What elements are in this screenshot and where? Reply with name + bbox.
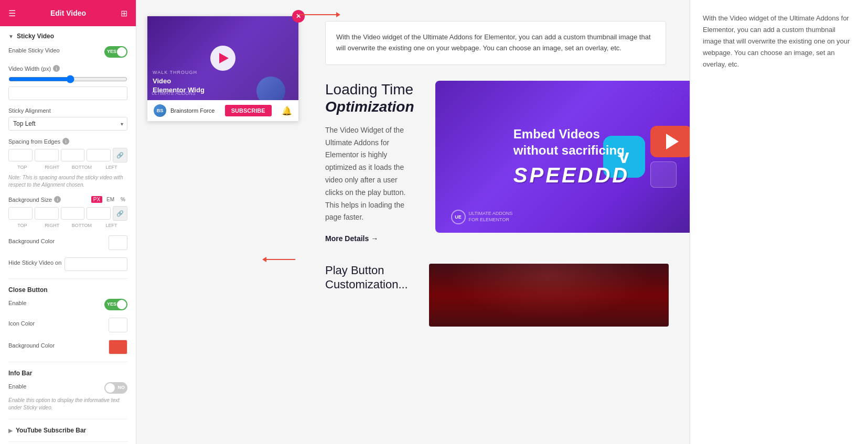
bg-size-field: Background Size i PX EM % 🔗 TOP RIGHT bbox=[8, 196, 127, 228]
bg-size-top-input[interactable] bbox=[8, 207, 33, 220]
bg-size-left-input[interactable] bbox=[87, 207, 111, 220]
bottom-heading: Play Button Customization... bbox=[325, 264, 408, 291]
sticky-video-preview: ✕ WALK THROUGH Video Elementor Widg bbox=[147, 16, 299, 122]
close-enable-toggle[interactable]: YES bbox=[104, 299, 127, 310]
close-toggle-track[interactable]: YES bbox=[104, 299, 127, 310]
helpful-info-section: ▶ Helpful Information bbox=[8, 441, 127, 444]
px-unit-btn[interactable]: PX bbox=[91, 196, 102, 203]
spacing-field: Spacing from Edges i 25 25 25 25 🔗 TOP R… bbox=[8, 138, 127, 189]
icon-color-arrow bbox=[262, 257, 295, 262]
feature-image-content: Embed Videos without sacrificing SPEEDDD bbox=[498, 110, 645, 203]
icon-color-swatch[interactable] bbox=[109, 318, 127, 332]
spacing-top-input[interactable]: 25 bbox=[8, 149, 33, 161]
speed-text: SPEEDDD bbox=[513, 164, 629, 187]
info-bar-enable-field: Enable NO bbox=[8, 382, 127, 394]
bell-icon[interactable]: 🔔 bbox=[282, 106, 292, 116]
enable-sticky-toggle[interactable]: YES bbox=[104, 46, 127, 58]
main-inner: ✕ WALK THROUGH Video Elementor Widg bbox=[136, 0, 690, 348]
chevron-down-icon: ▼ bbox=[8, 34, 14, 39]
divider-1 bbox=[8, 278, 127, 279]
width-input[interactable]: 360 bbox=[8, 86, 127, 100]
video-bottom-bar: BS Brainstorm Force SUBSCRIBE 🔔 bbox=[147, 100, 298, 121]
channel-avatar: BS bbox=[154, 104, 166, 117]
info-bar-section: Info Bar Enable NO Enable this option to… bbox=[8, 370, 127, 411]
bottom-image bbox=[429, 264, 669, 327]
close-toggle-thumb bbox=[117, 300, 126, 309]
ue-circle: UE bbox=[451, 210, 466, 224]
youtube-subscribe-label: YouTube Subscribe Bar bbox=[16, 427, 86, 434]
spacing-bottom-input[interactable]: 25 bbox=[61, 149, 85, 161]
sidebar-header: ☰ Edit Video ⊞ bbox=[0, 0, 136, 26]
spacing-left-input[interactable]: 25 bbox=[87, 149, 111, 161]
pct-unit-btn[interactable]: % bbox=[119, 196, 127, 203]
em-unit-btn[interactable]: EM bbox=[104, 196, 116, 203]
spacing-labels: TOP RIGHT BOTTOM LEFT bbox=[8, 165, 127, 170]
right-panel-text: With the Video widget of the Ultimate Ad… bbox=[703, 13, 855, 70]
bg-size-bottom-input[interactable] bbox=[61, 207, 85, 220]
info-box-text: With the Video widget of the Ultimate Ad… bbox=[336, 32, 655, 54]
placeholder-icon bbox=[650, 161, 677, 188]
spacing-link-btn[interactable]: 🔗 bbox=[113, 148, 127, 163]
width-slider[interactable] bbox=[8, 75, 127, 83]
info-bar-enable-label: Enable bbox=[8, 383, 26, 389]
divider-2 bbox=[8, 362, 127, 362]
bg-size-inputs: 🔗 bbox=[8, 206, 127, 221]
bg-color-swatch[interactable] bbox=[109, 235, 127, 250]
sticky-video-section-title[interactable]: ▼ Sticky Video bbox=[8, 33, 127, 40]
bottom-gradient bbox=[429, 264, 669, 327]
alignment-select[interactable]: Top Left Top Right Bottom Left Bottom Ri… bbox=[8, 117, 127, 131]
arrowhead bbox=[336, 12, 340, 17]
enable-sticky-video-field: Enable Sticky Video YES bbox=[8, 46, 127, 58]
bg-size-link-btn[interactable]: 🔗 bbox=[113, 206, 127, 221]
ue-badge: UE ULTIMATE ADDONS FOR ELEMENTOR bbox=[451, 210, 513, 224]
enable-sticky-label: Enable Sticky Video bbox=[8, 47, 60, 53]
bg-size-right-input[interactable] bbox=[35, 207, 59, 220]
close-bg-color-label: Background Color bbox=[8, 342, 55, 349]
spacing-right-input[interactable]: 25 bbox=[35, 149, 59, 161]
toggle-on-label: YES bbox=[107, 49, 116, 54]
width-info-icon[interactable]: i bbox=[53, 65, 60, 72]
close-button-title: Close Button bbox=[8, 286, 127, 294]
arrow-line bbox=[299, 14, 336, 15]
toggle-track[interactable]: YES bbox=[104, 46, 127, 58]
hide-sticky-label: Hide Sticky Video on bbox=[8, 259, 61, 266]
unit-toggle: PX EM % bbox=[91, 196, 127, 203]
spacing-label: Spacing from Edges i bbox=[8, 138, 127, 145]
subscribe-button[interactable]: SUBSCRIBE bbox=[225, 105, 272, 116]
bg-size-info-icon[interactable]: i bbox=[54, 196, 61, 203]
youtube-subscribe-section: ▶ YouTube Subscribe Bar bbox=[8, 419, 127, 441]
feature-image: · · · · · · · ·· · · · · · · ·· · · · · … bbox=[435, 81, 690, 233]
bottom-text: Play Button Customization... bbox=[325, 264, 408, 300]
bottom-section: Play Button Customization... bbox=[325, 264, 669, 327]
yt-other-icons bbox=[650, 126, 690, 188]
play-triangle-icon bbox=[219, 53, 229, 63]
spacing-info-icon[interactable]: i bbox=[62, 138, 69, 145]
play-button[interactable] bbox=[210, 46, 235, 71]
more-details-link[interactable]: More Details → bbox=[325, 234, 414, 243]
left-label: LEFT bbox=[98, 165, 125, 170]
hamburger-icon[interactable]: ☰ bbox=[8, 8, 16, 18]
info-bar-toggle-off-label: NO bbox=[118, 385, 125, 390]
bg-color-field: Background Color bbox=[8, 235, 127, 250]
info-box: With the Video widget of the Ultimate Ad… bbox=[325, 21, 666, 65]
info-bar-toggle[interactable]: NO bbox=[104, 382, 127, 394]
info-bar-title: Info Bar bbox=[8, 370, 127, 377]
close-bg-color-field: Background Color bbox=[8, 340, 127, 354]
right-panel: With the Video widget of the Ultimate Ad… bbox=[690, 0, 868, 444]
grid-icon[interactable]: ⊞ bbox=[121, 8, 127, 18]
bg-size-label-row: Background Size i PX EM % bbox=[8, 196, 127, 203]
person-silhouette bbox=[251, 32, 291, 100]
info-bar-toggle-track[interactable]: NO bbox=[104, 382, 127, 394]
loading-heading: Loading Time Optimization bbox=[325, 81, 414, 116]
yt-play-icon bbox=[666, 134, 679, 149]
youtube-subscribe-header[interactable]: ▶ YouTube Subscribe Bar bbox=[8, 427, 127, 434]
alignment-select-wrapper: Top Left Top Right Bottom Left Bottom Ri… bbox=[8, 117, 127, 131]
spacing-inputs: 25 25 25 25 🔗 bbox=[8, 148, 127, 163]
channel-info: BS Brainstorm Force bbox=[154, 104, 215, 117]
close-arrow bbox=[299, 12, 340, 17]
close-bg-color-swatch[interactable] bbox=[109, 340, 127, 354]
icon-color-field: Icon Color bbox=[8, 318, 127, 332]
person-head bbox=[256, 77, 285, 100]
hide-sticky-input[interactable] bbox=[65, 257, 127, 271]
bottom-overlay bbox=[429, 264, 669, 327]
